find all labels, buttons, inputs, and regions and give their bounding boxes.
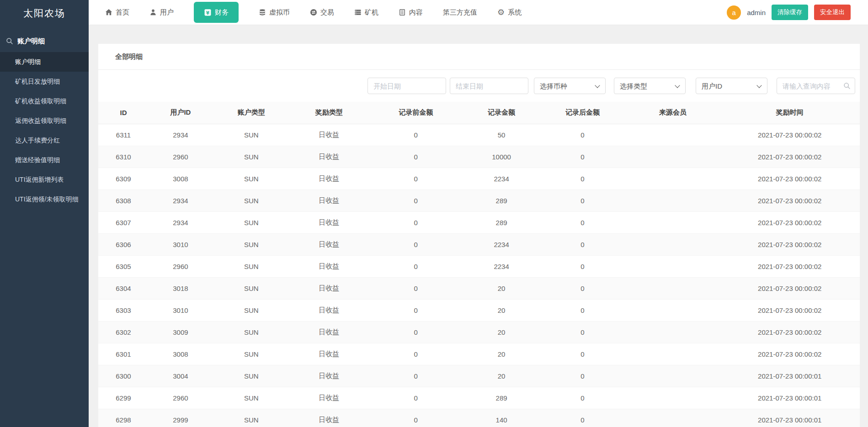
table-cell: 20: [464, 343, 539, 365]
nav-item-content[interactable]: 内容: [399, 8, 423, 17]
table-row: 63112934SUN日收益05002021-07-23 00:00:02: [98, 124, 860, 146]
search-wrap: [777, 78, 855, 94]
table-cell: [626, 168, 719, 190]
table-cell: 0: [539, 168, 626, 190]
table-cell: 0: [368, 321, 464, 343]
table-cell: 2021-07-23 00:00:02: [719, 277, 860, 299]
sidebar-item-miner-daily[interactable]: 矿机日发放明细: [0, 72, 89, 91]
table-cell: 6302: [98, 321, 149, 343]
table-cell: 2021-07-23 00:00:02: [719, 321, 860, 343]
sidebar-item-account-detail[interactable]: 账户明细: [0, 52, 89, 72]
logout-button[interactable]: 安全退出: [814, 5, 851, 20]
table-cell: [626, 321, 719, 343]
table-cell: 日收益: [290, 387, 368, 409]
table-cell: SUN: [213, 365, 290, 387]
table-cell: [626, 409, 719, 427]
table-cell: 0: [368, 365, 464, 387]
nav-item-miner[interactable]: 矿机: [354, 8, 378, 17]
table-row: 62982999SUN日收益014002021-07-23 00:00:01: [98, 409, 860, 427]
table-cell: 0: [368, 255, 464, 277]
table-cell: 2021-07-23 00:00:01: [719, 387, 860, 409]
table-cell: 3008: [149, 168, 213, 190]
main-area: 首页 用户 ¥ 财务: [89, 0, 868, 427]
table-cell: [626, 211, 719, 233]
table-row: 63023009SUN日收益02002021-07-23 00:00:02: [98, 321, 860, 343]
nav-item-trade[interactable]: 交易: [310, 8, 334, 17]
table-cell: 6299: [98, 387, 149, 409]
coins-icon: [259, 9, 266, 16]
sidebar-item-expert-fee[interactable]: 达人手续费分红: [0, 131, 89, 150]
search-input[interactable]: [777, 78, 855, 94]
start-date-input[interactable]: [367, 78, 446, 94]
sidebar-section-title: 账户明细: [17, 37, 45, 46]
finance-icon: ¥: [204, 9, 212, 16]
table-cell: 3018: [149, 277, 213, 299]
admin-username[interactable]: admin: [747, 9, 766, 16]
table-cell: 0: [368, 190, 464, 211]
table-cell: 0: [368, 211, 464, 233]
table-cell: 0: [368, 168, 464, 190]
nav-item-third-party-recharge[interactable]: 第三方充值: [443, 8, 477, 17]
table-cell: 10000: [464, 146, 539, 168]
table-row: 63052960SUN日收益0223402021-07-23 00:00:02: [98, 255, 860, 277]
table-cell: 日收益: [290, 343, 368, 365]
end-date-input[interactable]: [450, 78, 528, 94]
table-cell: SUN: [213, 190, 290, 211]
table-cell: SUN: [213, 168, 290, 190]
table-cell: [626, 146, 719, 168]
avatar[interactable]: a: [727, 5, 741, 20]
detail-panel: 全部明细 选择币种 选择类型: [98, 44, 860, 427]
table-cell: 6305: [98, 255, 149, 277]
field-select[interactable]: 用户ID: [696, 78, 767, 94]
table-cell: 6301: [98, 343, 149, 365]
table-cell: 2021-07-23 00:00:02: [719, 255, 860, 277]
table-cell: 2021-07-23 00:00:02: [719, 233, 860, 255]
table-row: 63102960SUN日收益01000002021-07-23 00:00:02: [98, 146, 860, 168]
table-cell: 日收益: [290, 299, 368, 321]
table-cell: 0: [539, 387, 626, 409]
table-cell: 0: [539, 190, 626, 211]
nav-item-finance[interactable]: ¥ 财务: [194, 2, 239, 23]
sidebar-item-miner-income[interactable]: 矿机收益领取明细: [0, 91, 89, 111]
table-cell: SUN: [213, 124, 290, 146]
table-cell: 0: [368, 233, 464, 255]
nav-item-virtual-coin[interactable]: 虚拟币: [259, 8, 290, 17]
table-cell: [626, 387, 719, 409]
table-cell: 0: [368, 146, 464, 168]
sidebar-item-uti-claim[interactable]: UTI返佣领/未领取明细: [0, 190, 89, 209]
table-row: 62992960SUN日收益028902021-07-23 00:00:01: [98, 387, 860, 409]
table-cell: 0: [368, 277, 464, 299]
col-amount-after: 记录后金额: [539, 102, 626, 124]
nav-item-home[interactable]: 首页: [105, 8, 129, 17]
nav-item-system[interactable]: ⚙ 系统: [497, 8, 522, 17]
sidebar-item-gift-exp[interactable]: 赠送经验值明细: [0, 150, 89, 170]
table-cell: 0: [539, 255, 626, 277]
sidebar-item-rebate-income[interactable]: 返佣收益领取明细: [0, 111, 89, 131]
top-navbar: 首页 用户 ¥ 财务: [89, 0, 868, 25]
table-cell: 日收益: [290, 211, 368, 233]
table-cell: 0: [368, 409, 464, 427]
coin-select[interactable]: 选择币种: [534, 78, 606, 94]
table-cell: 2960: [149, 255, 213, 277]
clear-cache-button[interactable]: 清除缓存: [772, 5, 808, 20]
type-select[interactable]: 选择类型: [614, 78, 686, 94]
table-cell: 日收益: [290, 277, 368, 299]
sidebar-section-header: 账户明细: [0, 32, 89, 50]
search-icon: [6, 37, 13, 45]
table-row: 63072934SUN日收益028902021-07-23 00:00:02: [98, 211, 860, 233]
table-cell: [626, 343, 719, 365]
exchange-icon: [310, 9, 317, 16]
nav-item-users[interactable]: 用户: [149, 8, 174, 17]
table-cell: 2234: [464, 168, 539, 190]
table-cell: 日收益: [290, 168, 368, 190]
table-cell: 2021-07-23 00:00:02: [719, 343, 860, 365]
sidebar-item-uti-new-list[interactable]: UTI返佣新增列表: [0, 170, 89, 190]
nav-items: 首页 用户 ¥ 财务: [105, 2, 522, 23]
table-cell: 3008: [149, 343, 213, 365]
table-cell: 0: [539, 146, 626, 168]
table-row: 63093008SUN日收益0223402021-07-23 00:00:02: [98, 168, 860, 190]
col-amount: 记录金额: [464, 102, 539, 124]
table-cell: 日收益: [290, 365, 368, 387]
tab-all-details[interactable]: 全部明细: [115, 53, 143, 61]
navbar-right: a admin 清除缓存 安全退出: [727, 5, 851, 20]
